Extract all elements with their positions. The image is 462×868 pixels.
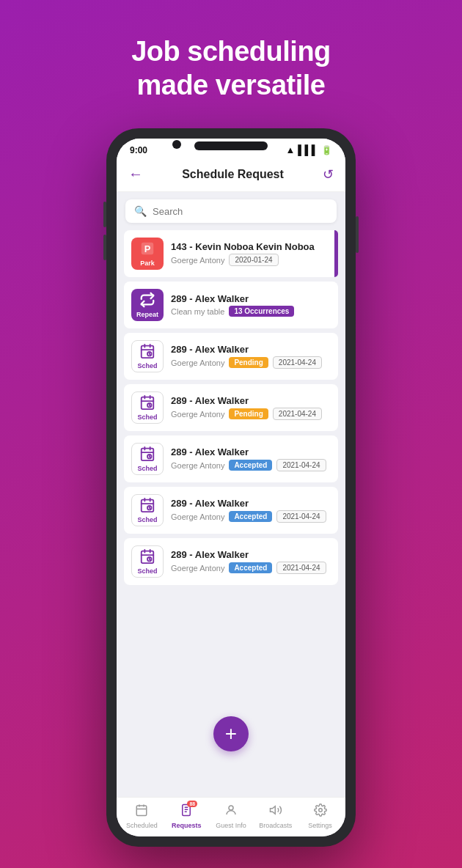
signal-icon: ▌▌▌ — [298, 144, 318, 155]
item-title: 143 - Kevin Noboa Kevin Noboa — [171, 241, 331, 252]
badge-occurrences: 13 Occurrences — [229, 306, 294, 317]
item-title: 289 - Alex Walker — [171, 395, 331, 406]
bottom-nav: Scheduled88RequestsGuest InfoBroadcastsS… — [117, 797, 345, 836]
camera-dot — [172, 140, 181, 149]
battery-icon: 🔋 — [321, 145, 332, 155]
screen-content: 🔍 PPark143 - Kevin Noboa Kevin NoboaGoer… — [117, 192, 345, 797]
item-content: 289 - Alex WalkerGoerge AntonyPending202… — [171, 344, 331, 369]
svg-rect-27 — [137, 806, 147, 816]
list-item[interactable]: Sched289 - Alex WalkerGoerge AntonyAccep… — [124, 487, 338, 534]
phone-screen: 9:00 ▲ ▌▌▌ 🔋 ← Schedule Request ↺ 🔍 PPar… — [117, 139, 345, 836]
nav-item-broadcasts[interactable]: Broadcasts — [257, 803, 295, 829]
nav-icon-wrap — [224, 803, 238, 820]
fab-button[interactable]: + — [213, 716, 249, 751]
svg-point-37 — [318, 809, 322, 812]
vol-down-button — [103, 235, 106, 260]
item-subtitle: Clean my table13 Occurrences — [171, 306, 331, 317]
nav-label: Settings — [308, 822, 332, 829]
item-subtitle: Goerge AntonyPending2021-04-24 — [171, 408, 331, 420]
item-icon-sched: Sched — [131, 545, 164, 578]
list-area: PPark143 - Kevin Noboa Kevin NoboaGoerge… — [117, 230, 345, 797]
nav-icon — [224, 805, 238, 820]
svg-text:P: P — [144, 243, 151, 254]
nav-icon — [269, 805, 282, 820]
nav-label: Requests — [172, 822, 202, 829]
refresh-button[interactable]: ↺ — [323, 166, 334, 183]
item-person: Clean my table — [171, 307, 224, 316]
item-person: Goerge Antony — [171, 410, 224, 419]
page-title: Schedule Request — [182, 168, 284, 181]
item-person: Goerge Antony — [171, 256, 224, 265]
nav-item-requests[interactable]: 88Requests — [167, 803, 205, 829]
nav-item-scheduled[interactable]: Scheduled — [122, 803, 161, 829]
nav-icon-wrap — [269, 803, 282, 820]
item-person: Goerge Antony — [171, 358, 224, 367]
nav-icon-wrap — [135, 803, 148, 820]
phone-frame: 9:00 ▲ ▌▌▌ 🔋 ← Schedule Request ↺ 🔍 PPar… — [106, 128, 356, 847]
side-bar-indicator — [334, 230, 338, 277]
list-item[interactable]: Sched289 - Alex WalkerGoerge AntonyPendi… — [124, 333, 338, 380]
wifi-icon: ▲ — [285, 144, 295, 155]
item-subtitle: Goerge Antony2020-01-24 — [171, 254, 331, 266]
search-bar[interactable]: 🔍 — [125, 199, 337, 223]
item-subtitle: Goerge AntonyPending2021-04-24 — [171, 356, 331, 369]
headline: Job scheduling made versatile — [131, 35, 331, 102]
nav-icon-wrap — [314, 803, 327, 820]
nav-icon — [135, 805, 148, 820]
item-content: 289 - Alex WalkerClean my table13 Occurr… — [171, 293, 331, 317]
svg-rect-12 — [142, 449, 154, 461]
item-title: 289 - Alex Walker — [171, 293, 331, 304]
item-icon-sched: Sched — [131, 340, 164, 372]
badge-pending: Pending — [229, 357, 268, 368]
svg-marker-36 — [270, 806, 275, 814]
item-date: 2020-01-24 — [229, 254, 278, 266]
item-subtitle: Goerge AntonyAccepted2021-04-24 — [171, 562, 331, 574]
item-icon-repeat: Repeat — [131, 289, 164, 321]
item-subtitle: Goerge AntonyAccepted2021-04-24 — [171, 510, 331, 523]
search-input[interactable] — [153, 206, 328, 217]
back-button[interactable]: ← — [128, 166, 143, 183]
nav-label: Scheduled — [126, 822, 158, 829]
item-icon-sched: Sched — [131, 494, 164, 526]
list-item[interactable]: PPark143 - Kevin Noboa Kevin NoboaGoerge… — [124, 230, 338, 277]
item-title: 289 - Alex Walker — [171, 549, 331, 560]
badge-accepted: Accepted — [229, 562, 272, 573]
item-subtitle: Goerge AntonyAccepted2021-04-24 — [171, 459, 331, 471]
nav-badge: 88 — [187, 801, 197, 807]
nav-item-guest-info[interactable]: Guest Info — [212, 803, 250, 829]
item-content: 289 - Alex WalkerGoerge AntonyAccepted20… — [171, 498, 331, 523]
search-icon: 🔍 — [134, 205, 147, 217]
top-bar: ← Schedule Request ↺ — [117, 158, 345, 192]
item-date: 2021-04-24 — [273, 408, 322, 420]
item-person: Goerge Antony — [171, 564, 224, 573]
item-date: 2021-04-24 — [273, 356, 322, 369]
svg-rect-22 — [142, 551, 154, 564]
item-date: 2021-04-24 — [276, 510, 326, 523]
item-content: 143 - Kevin Noboa Kevin NoboaGoerge Anto… — [171, 241, 331, 266]
item-person: Goerge Antony — [171, 512, 224, 521]
list-item[interactable]: Sched289 - Alex WalkerGoerge AntonyAccep… — [124, 538, 338, 585]
badge-accepted: Accepted — [229, 511, 272, 522]
nav-icon — [180, 805, 193, 820]
time: 9:00 — [130, 145, 147, 155]
item-title: 289 - Alex Walker — [171, 344, 331, 355]
list-item[interactable]: Sched289 - Alex WalkerGoerge AntonyAccep… — [124, 435, 338, 482]
item-title: 289 - Alex Walker — [171, 446, 331, 457]
badge-pending: Pending — [229, 408, 268, 419]
svg-point-35 — [229, 806, 233, 810]
list-item[interactable]: Sched289 - Alex WalkerGoerge AntonyPendi… — [124, 384, 338, 431]
list-item[interactable]: Repeat289 - Alex WalkerClean my table13 … — [124, 282, 338, 328]
svg-rect-17 — [142, 500, 154, 512]
item-icon-park: PPark — [131, 238, 164, 270]
svg-rect-2 — [142, 346, 154, 358]
nav-item-settings[interactable]: Settings — [301, 803, 340, 829]
status-icons: ▲ ▌▌▌ 🔋 — [285, 144, 332, 155]
item-icon-sched: Sched — [131, 443, 164, 475]
nav-label: Broadcasts — [259, 822, 292, 829]
nav-label: Guest Info — [216, 822, 246, 829]
item-person: Goerge Antony — [171, 461, 224, 470]
power-button — [356, 216, 359, 253]
vol-up-button — [103, 202, 106, 227]
item-date: 2021-04-24 — [276, 459, 326, 471]
item-date: 2021-04-24 — [276, 562, 326, 574]
